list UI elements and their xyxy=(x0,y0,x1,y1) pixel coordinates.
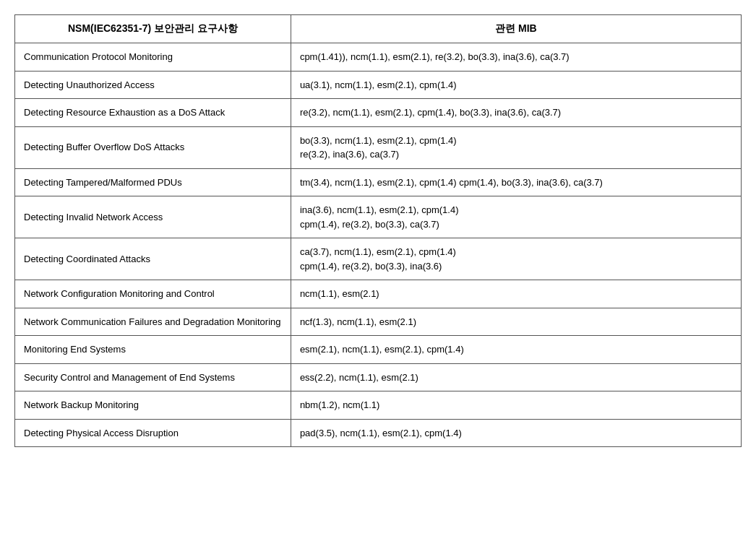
mib-cell: ncf(1.3), ncm(1.1), esm(2.1) xyxy=(291,308,741,336)
requirement-cell: Detecting Resource Exhaustion as a DoS A… xyxy=(15,99,291,127)
header-requirement: NSM(IEC62351-7) 보안관리 요구사항 xyxy=(15,15,291,43)
mib-cell: pad(3.5), ncm(1.1), esm(2.1), cpm(1.4) xyxy=(291,419,741,447)
mib-cell: ncm(1.1), esm(2.1) xyxy=(291,280,741,308)
table-row: Network Communication Failures and Degra… xyxy=(15,308,742,336)
requirement-cell: Security Control and Management of End S… xyxy=(15,363,291,391)
table-row: Detecting Buffer Overflow DoS Attacksbo(… xyxy=(15,126,742,168)
table-row: Detecting Unauthorized Accessua(3.1), nc… xyxy=(15,71,742,99)
requirement-cell: Monitoring End Systems xyxy=(15,336,291,364)
requirement-cell: Detecting Buffer Overflow DoS Attacks xyxy=(15,126,291,168)
table-row: Detecting Coordinated Attacksca(3.7), nc… xyxy=(15,238,742,280)
mib-cell: ina(3.6), ncm(1.1), esm(2.1), cpm(1.4)cp… xyxy=(291,196,741,238)
requirement-cell: Network Communication Failures and Degra… xyxy=(15,308,291,336)
mib-cell: ca(3.7), ncm(1.1), esm(2.1), cpm(1.4)cpm… xyxy=(291,238,741,280)
mib-cell: bo(3.3), ncm(1.1), esm(2.1), cpm(1.4)re(… xyxy=(291,126,741,168)
requirement-cell: Detecting Invalid Network Access xyxy=(15,196,291,238)
table-row: Detecting Tampered/Malformed PDUstm(3.4)… xyxy=(15,168,742,196)
nsm-table: NSM(IEC62351-7) 보안관리 요구사항 관련 MIB Communi… xyxy=(14,14,742,447)
requirement-cell: Detecting Unauthorized Access xyxy=(15,71,291,99)
requirement-cell: Network Configuration Monitoring and Con… xyxy=(15,280,291,308)
requirement-cell: Detecting Physical Access Disruption xyxy=(15,419,291,447)
requirement-cell: Communication Protocol Monitoring xyxy=(15,43,291,72)
mib-cell: ua(3.1), ncm(1.1), esm(2.1), cpm(1.4) xyxy=(291,71,741,99)
mib-cell: re(3.2), ncm(1.1), esm(2.1), cpm(1.4), b… xyxy=(291,99,741,127)
header-mib: 관련 MIB xyxy=(291,15,741,43)
table-row: Security Control and Management of End S… xyxy=(15,363,742,391)
requirement-cell: Detecting Coordinated Attacks xyxy=(15,238,291,280)
table-row: Network Configuration Monitoring and Con… xyxy=(15,280,742,308)
requirement-cell: Network Backup Monitoring xyxy=(15,391,291,420)
table-row: Detecting Physical Access Disruptionpad(… xyxy=(15,419,742,447)
table-row: Communication Protocol Monitoringcpm(1.4… xyxy=(15,43,742,72)
requirement-cell: Detecting Tampered/Malformed PDUs xyxy=(15,168,291,196)
mib-cell: esm(2.1), ncm(1.1), esm(2.1), cpm(1.4) xyxy=(291,336,741,364)
table-row: Monitoring End Systemsesm(2.1), ncm(1.1)… xyxy=(15,336,742,364)
mib-cell: ess(2.2), ncm(1.1), esm(2.1) xyxy=(291,363,741,391)
mib-cell: tm(3.4), ncm(1.1), esm(2.1), cpm(1.4) cp… xyxy=(291,168,741,196)
table-row: Detecting Resource Exhaustion as a DoS A… xyxy=(15,99,742,127)
table-row: Network Backup Monitoringnbm(1.2), ncm(1… xyxy=(15,391,742,420)
table-row: Detecting Invalid Network Accessina(3.6)… xyxy=(15,196,742,238)
mib-cell: cpm(1.41)), ncm(1.1), esm(2.1), re(3.2),… xyxy=(291,43,741,72)
mib-cell: nbm(1.2), ncm(1.1) xyxy=(291,391,741,420)
